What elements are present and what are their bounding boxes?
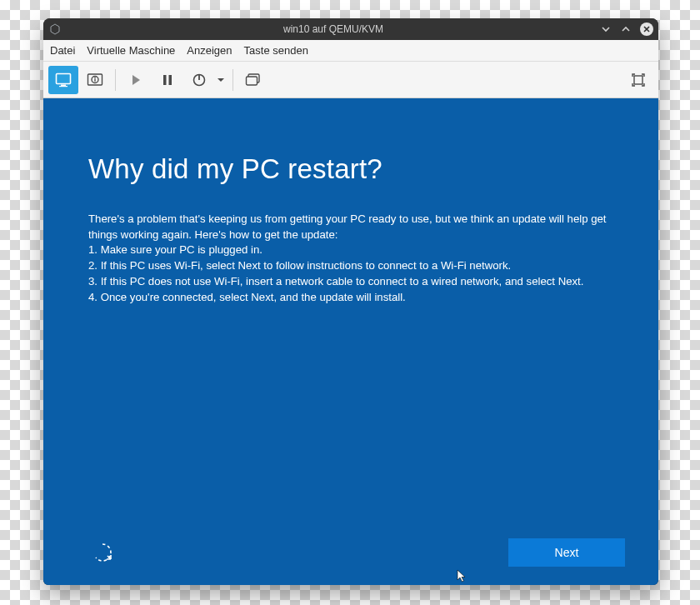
oobe-step-3: 3. If this PC does not use Wi-Fi, insert… xyxy=(88,274,613,290)
toolbar xyxy=(43,62,658,98)
power-menu-caret-icon[interactable] xyxy=(214,76,228,84)
svg-rect-7 xyxy=(163,75,167,85)
menu-sendkey[interactable]: Taste senden xyxy=(244,44,308,57)
menu-file[interactable]: Datei xyxy=(50,44,75,57)
svg-rect-5 xyxy=(94,77,95,78)
svg-rect-6 xyxy=(94,78,95,81)
next-button-label: Next xyxy=(555,546,579,559)
oobe-content: Why did my PC restart? There's a problem… xyxy=(88,153,613,585)
toolbar-separator xyxy=(115,69,116,91)
play-button[interactable] xyxy=(121,66,151,94)
vm-window: win10 auf QEMU/KVM Datei Virtuelle Masch… xyxy=(43,18,658,585)
next-button[interactable]: Next xyxy=(508,538,625,567)
svg-rect-0 xyxy=(57,73,71,83)
console-view-button[interactable] xyxy=(48,66,78,94)
fullscreen-button[interactable] xyxy=(623,66,653,94)
window-title: win10 auf QEMU/KVM xyxy=(67,23,600,35)
svg-rect-12 xyxy=(247,77,258,85)
toolbar-separator xyxy=(232,69,233,91)
maximize-icon[interactable] xyxy=(620,23,632,35)
titlebar[interactable]: win10 auf QEMU/KVM xyxy=(43,18,658,40)
power-button[interactable] xyxy=(184,66,214,94)
pause-button[interactable] xyxy=(152,66,182,94)
app-icon xyxy=(48,22,62,36)
details-view-button[interactable] xyxy=(80,66,110,94)
oobe-step-2: 2. If this PC uses Wi-Fi, select Next to… xyxy=(88,258,613,274)
ease-of-access-icon[interactable] xyxy=(90,540,115,565)
menubar: Datei Virtuelle Maschine Anzeigen Taste … xyxy=(43,40,658,62)
oobe-heading: Why did my PC restart? xyxy=(88,153,613,185)
svg-rect-2 xyxy=(59,86,68,87)
snapshot-button[interactable] xyxy=(238,66,268,94)
svg-rect-13 xyxy=(634,76,642,84)
minimize-icon[interactable] xyxy=(600,23,612,35)
menu-view[interactable]: Anzeigen xyxy=(187,44,232,57)
oobe-step-1: 1. Make sure your PC is plugged in. xyxy=(88,242,613,258)
oobe-step-4: 4. Once you're connected, select Next, a… xyxy=(88,290,613,306)
svg-rect-1 xyxy=(61,84,66,86)
svg-rect-8 xyxy=(169,75,172,85)
close-icon[interactable] xyxy=(640,22,653,36)
oobe-intro: There's a problem that's keeping us from… xyxy=(88,212,613,242)
menu-vm[interactable]: Virtuelle Maschine xyxy=(87,44,175,57)
guest-display: Why did my PC restart? There's a problem… xyxy=(43,98,658,585)
